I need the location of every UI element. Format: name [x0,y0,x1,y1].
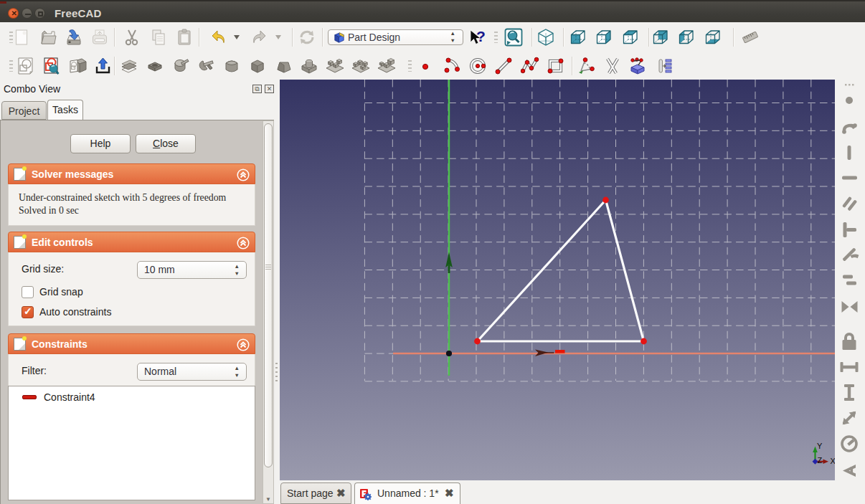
svg-text:Z: Z [818,456,823,465]
svg-text:?: ? [476,28,486,44]
svg-text:Y: Y [817,442,823,450]
